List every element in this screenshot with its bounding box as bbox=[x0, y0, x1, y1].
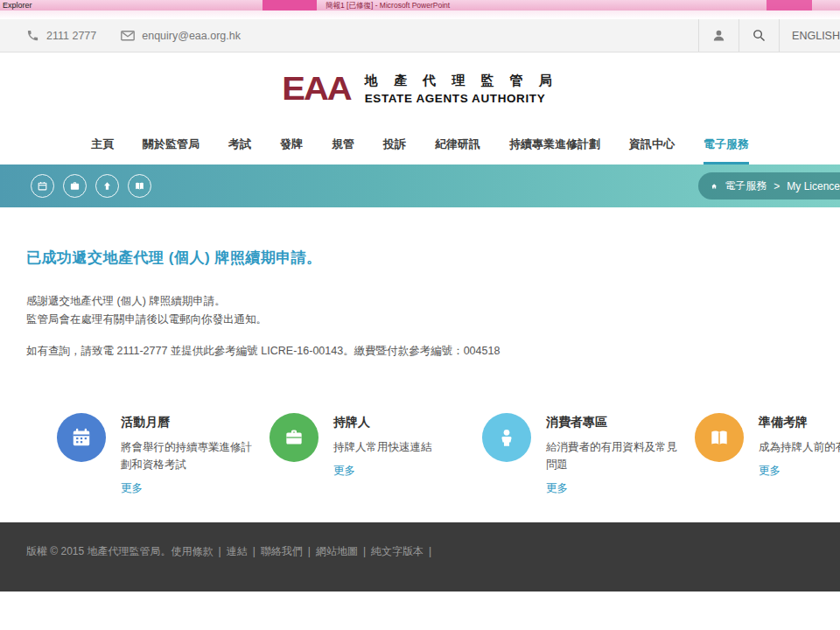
nav-item-e-services[interactable]: 電子服務 bbox=[704, 124, 749, 164]
feature-licensees: 持牌人 持牌人常用快速連結 更多 bbox=[270, 413, 482, 496]
book-shortcut-button[interactable] bbox=[128, 174, 151, 198]
email-address: enquiry@eaa.org.hk bbox=[142, 30, 241, 42]
utility-actions: ENGLISH bbox=[698, 19, 840, 52]
window-highlight-2 bbox=[766, 0, 812, 10]
nav-item-disciplinary[interactable]: 紀律研訊 bbox=[435, 124, 480, 164]
feature-more-link[interactable]: 更多 bbox=[759, 464, 780, 479]
breadcrumb: 電子服務 > My Licence bbox=[698, 172, 840, 200]
envelope-icon bbox=[121, 30, 135, 41]
nav-item-cpd[interactable]: 持續專業進修計劃 bbox=[509, 124, 600, 164]
main-content: 已成功遞交地產代理 (個人) 牌照續期申請。 感謝遞交地產代理 (個人) 牌照續… bbox=[0, 207, 840, 496]
site-header: EAA 地 產 代 理 監 管 局 ESTATE AGENTS AUTHORIT… bbox=[0, 52, 840, 124]
person-icon bbox=[711, 28, 726, 43]
calendar-icon bbox=[37, 180, 48, 192]
footer-link-sitemap[interactable]: 網站地圖 bbox=[316, 545, 358, 557]
nav-item-home[interactable]: 主頁 bbox=[91, 124, 114, 164]
feature-title: 準備考牌 bbox=[759, 413, 840, 430]
book-circle bbox=[695, 413, 744, 462]
footer-separator: | bbox=[429, 545, 431, 557]
calendar-shortcut-button[interactable] bbox=[31, 174, 54, 198]
briefcase-icon bbox=[283, 426, 305, 449]
feature-exam-preparation: 準備考牌 成為持牌人前的有用 更多 bbox=[695, 413, 840, 496]
utility-bar: 2111 2777 enquiry@eaa.org.hk ENGLISH bbox=[0, 19, 840, 52]
email-contact[interactable]: enquiry@eaa.org.hk bbox=[121, 30, 241, 42]
feature-event-calendar: 活動月曆 將會舉行的持續專業進修計劃和資格考試 更多 bbox=[57, 413, 270, 496]
nav-item-licensing[interactable]: 發牌 bbox=[280, 124, 303, 164]
site-footer: 版權 © 2015 地產代理監管局。使用條款|連結|聯絡我們|網站地圖|純文字版… bbox=[0, 522, 840, 592]
nav-item-regulation[interactable]: 規管 bbox=[332, 124, 354, 164]
confirmation-line-1: 感謝遞交地產代理 (個人) 牌照續期申請。 bbox=[26, 292, 814, 311]
main-nav: 主頁 關於監管局 考試 發牌 規管 投訴 紀律研訊 持續專業進修計劃 資訊中心 … bbox=[0, 124, 840, 164]
feature-description: 成為持牌人前的有用 bbox=[759, 438, 840, 456]
footer-separator: | bbox=[363, 545, 366, 557]
briefcase-icon bbox=[69, 180, 80, 192]
nav-item-about[interactable]: 關於監管局 bbox=[143, 124, 200, 164]
confirmation-line-2: 監管局會在處理有關申請後以電郵向你發出通知。 bbox=[26, 311, 814, 329]
nav-item-complaints[interactable]: 投訴 bbox=[383, 124, 406, 164]
nav-item-exams[interactable]: 考試 bbox=[228, 124, 251, 164]
contact-info: 2111 2777 enquiry@eaa.org.hk bbox=[26, 19, 241, 52]
book-icon bbox=[708, 426, 731, 449]
breadcrumb-separator: > bbox=[774, 180, 780, 192]
footer-link-text-version[interactable]: 純文字版本 bbox=[371, 545, 424, 557]
window-title-left: Explorer bbox=[3, 1, 32, 10]
footer-separator: | bbox=[308, 545, 311, 557]
phone-icon bbox=[26, 29, 39, 42]
language-toggle[interactable]: ENGLISH bbox=[779, 19, 840, 52]
feature-more-link[interactable]: 更多 bbox=[121, 481, 143, 496]
feature-text: 準備考牌 成為持牌人前的有用 更多 bbox=[759, 413, 840, 496]
footer-copyright: 版權 © 2015 地產代理監管局。 bbox=[26, 545, 172, 557]
site-title-english: ESTATE AGENTS AUTHORITY bbox=[365, 92, 558, 105]
feature-title: 活動月曆 bbox=[121, 413, 254, 430]
search-icon bbox=[752, 28, 766, 43]
eaa-logo-mark: EAA bbox=[282, 73, 350, 105]
feature-more-link[interactable]: 更多 bbox=[546, 481, 568, 496]
footer-separator: | bbox=[219, 545, 221, 557]
search-button[interactable] bbox=[738, 19, 779, 52]
footer-link-links[interactable]: 連結 bbox=[227, 545, 248, 557]
eaa-logo[interactable]: EAA 地 產 代 理 監 管 局 ESTATE AGENTS AUTHORIT… bbox=[282, 71, 557, 106]
window-highlight bbox=[262, 0, 317, 10]
feature-text: 持牌人 持牌人常用快速連結 更多 bbox=[333, 413, 466, 496]
window-gap bbox=[0, 10, 840, 19]
book-icon bbox=[134, 180, 145, 192]
calendar-icon bbox=[70, 426, 93, 449]
browser-window: Explorer 簡報1 [已修復] - Microsoft PowerPoin… bbox=[0, 0, 840, 630]
feature-consumer-corner: 消費者專區 給消費者的有用資料及常見問題 更多 bbox=[482, 413, 695, 496]
confirmation-text: 感謝遞交地產代理 (個人) 牌照續期申請。 監管局會在處理有關申請後以電郵向你發… bbox=[26, 292, 814, 360]
window-title-center: 簡報1 [已修復] - Microsoft PowerPoint bbox=[326, 1, 450, 10]
feature-title: 消費者專區 bbox=[546, 413, 679, 430]
section-banner: 電子服務 > My Licence bbox=[0, 164, 840, 207]
feature-text: 活動月曆 將會舉行的持續專業進修計劃和資格考試 更多 bbox=[121, 413, 254, 496]
briefcase-shortcut-button[interactable] bbox=[63, 174, 87, 198]
window-titlebar: Explorer 簡報1 [已修復] - Microsoft PowerPoin… bbox=[0, 0, 840, 10]
person-icon bbox=[495, 426, 518, 449]
calendar-circle bbox=[57, 413, 106, 462]
home-icon bbox=[710, 180, 718, 192]
person-circle bbox=[482, 413, 531, 462]
footer-separator: | bbox=[253, 545, 256, 557]
breadcrumb-current-page: My Licence bbox=[787, 180, 840, 192]
feature-links-row: 活動月曆 將會舉行的持續專業進修計劃和資格考試 更多 持牌人 持牌人常用快速連結… bbox=[26, 413, 814, 496]
reference-number-line: 如有查詢，請致電 2111-2777 並提供此參考編號 LICRE-16-001… bbox=[26, 342, 814, 360]
footer-link-terms[interactable]: 使用條款 bbox=[172, 545, 214, 557]
feature-description: 將會舉行的持續專業進修計劃和資格考試 bbox=[121, 438, 254, 473]
phone-contact: 2111 2777 bbox=[26, 29, 96, 42]
account-button[interactable] bbox=[698, 19, 738, 52]
breadcrumb-section[interactable]: 電子服務 bbox=[724, 178, 766, 193]
feature-title: 持牌人 bbox=[333, 413, 466, 430]
feature-description: 給消費者的有用資料及常見問題 bbox=[546, 438, 679, 473]
arrow-up-icon bbox=[102, 180, 113, 192]
phone-number: 2111 2777 bbox=[46, 30, 96, 42]
feature-description: 持牌人常用快速連結 bbox=[333, 438, 466, 456]
success-heading: 已成功遞交地產代理 (個人) 牌照續期申請。 bbox=[26, 248, 814, 268]
feature-text: 消費者專區 給消費者的有用資料及常見問題 更多 bbox=[546, 413, 679, 496]
briefcase-circle bbox=[270, 413, 318, 462]
site-title-chinese: 地 產 代 理 監 管 局 bbox=[365, 73, 558, 89]
feature-more-link[interactable]: 更多 bbox=[333, 464, 355, 479]
arrow-up-shortcut-button[interactable] bbox=[95, 174, 119, 198]
footer-link-contact[interactable]: 聯絡我們 bbox=[261, 545, 303, 557]
eaa-logo-text: 地 產 代 理 監 管 局 ESTATE AGENTS AUTHORITY bbox=[365, 73, 558, 105]
nav-item-info-centre[interactable]: 資訊中心 bbox=[629, 124, 675, 164]
